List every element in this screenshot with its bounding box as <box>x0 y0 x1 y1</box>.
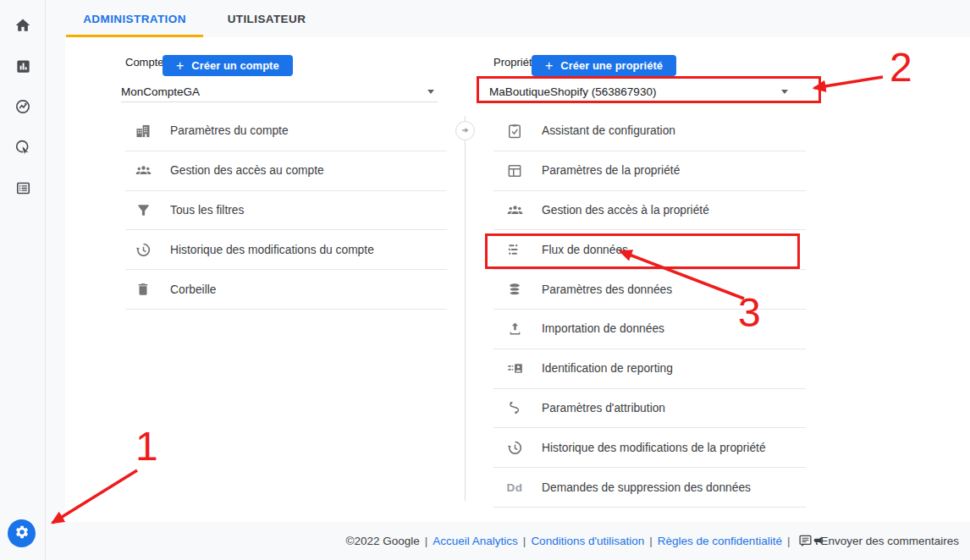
menu-item-attribution-settings[interactable]: Paramètres d'attribution <box>493 389 806 429</box>
footer-link-analytics-home[interactable]: Accueil Analytics <box>433 535 518 547</box>
plus-icon: + <box>176 59 184 73</box>
menu-item-data-settings[interactable]: Paramètres des données <box>493 270 806 310</box>
business-icon <box>134 122 152 140</box>
active-tab-underline <box>66 35 203 37</box>
bar-chart-icon <box>15 58 31 74</box>
chevron-down-icon <box>781 90 788 94</box>
dd-icon: Dd <box>505 478 524 497</box>
sidebar-item-reports[interactable] <box>0 52 46 80</box>
main-area: Compte + Créer un compte MonCompteGA Pro… <box>46 37 970 522</box>
admin-panel: Compte + Créer un compte MonCompteGA Pro… <box>65 37 970 522</box>
sidebar-item-advertising[interactable] <box>0 133 46 162</box>
menu-item-property-settings[interactable]: Paramètres de la propriété <box>493 151 806 191</box>
identity-badge-icon <box>505 360 524 378</box>
sidebar-item-library[interactable] <box>0 173 46 202</box>
create-account-button[interactable]: + Créer un compte <box>163 55 293 76</box>
account-column-label: Compte <box>125 56 164 69</box>
trash-icon <box>134 280 152 299</box>
advertising-icon <box>14 139 31 156</box>
home-icon <box>14 17 31 34</box>
explore-icon <box>14 98 31 115</box>
filter-icon <box>134 200 152 219</box>
attribution-icon <box>505 398 524 417</box>
clipboard-check-icon <box>505 122 524 140</box>
google-analytics-admin-page: ADMINISTRATION UTILISATEUR Compte + Crée… <box>0 0 970 560</box>
library-icon <box>15 180 31 196</box>
account-selector[interactable]: MonCompteGA <box>121 82 438 102</box>
menu-item-data-deletion-requests[interactable]: Dd Demandes de suppression des données <box>493 468 806 508</box>
tab-administration-label: ADMINISTRATION <box>83 13 186 25</box>
menu-item-trash[interactable]: Corbeille <box>125 270 447 310</box>
tab-utilisateur[interactable]: UTILISATEUR <box>203 0 330 37</box>
menu-item-data-streams[interactable]: Flux de données <box>493 230 806 270</box>
footer-link-terms[interactable]: Conditions d'utilisation <box>531 535 644 547</box>
menu-item-all-filters[interactable]: Tous les filtres <box>125 191 447 231</box>
feedback-button[interactable]: Envoyer des commentaires <box>820 535 959 547</box>
account-menu-list: Paramètres du compte Gestion des accès a… <box>125 112 447 310</box>
footer: ©2022 Google | Accueil Analytics | Condi… <box>0 522 970 560</box>
sidebar-item-home[interactable] <box>0 11 46 40</box>
admin-tab-bar: ADMINISTRATION UTILISATEUR <box>46 0 970 37</box>
property-selector[interactable]: MaBoutiqueShopify (563867930) <box>489 82 791 102</box>
left-nav-rail <box>0 0 46 560</box>
footer-link-privacy[interactable]: Règles de confidentialité <box>658 535 782 547</box>
menu-item-data-import[interactable]: Importation de données <box>493 310 806 349</box>
menu-item-setup-assistant[interactable]: Assistant de configuration <box>493 112 806 151</box>
tab-utilisateur-label: UTILISATEUR <box>228 13 306 25</box>
upload-icon <box>505 320 524 338</box>
people-icon <box>505 200 524 219</box>
layout-icon <box>505 162 524 180</box>
menu-item-account-access[interactable]: Gestion des accès au compte <box>125 151 447 191</box>
admin-gear-button[interactable] <box>8 519 36 547</box>
menu-item-account-change-history[interactable]: Historique des modifications du compte <box>125 230 447 270</box>
stream-icon <box>505 240 524 259</box>
plus-icon: + <box>545 59 553 73</box>
copyright-text: ©2022 Google <box>346 535 420 547</box>
gear-icon <box>14 524 30 543</box>
history-icon <box>134 240 152 259</box>
sidebar-item-explore[interactable] <box>0 92 46 121</box>
database-icon <box>505 280 524 299</box>
menu-item-property-access[interactable]: Gestion des accès à la propriété <box>493 191 806 231</box>
tab-administration[interactable]: ADMINISTRATION <box>66 0 203 37</box>
chevron-down-icon <box>427 90 434 94</box>
menu-item-account-settings[interactable]: Paramètres du compte <box>125 112 447 151</box>
create-property-button[interactable]: + Créer une propriété <box>532 55 676 76</box>
column-divider <box>465 116 466 501</box>
property-menu-list: Assistant de configuration Paramètres de… <box>493 112 806 508</box>
menu-item-property-change-history[interactable]: Historique des modifications de la propr… <box>493 428 806 468</box>
account-selector-value: MonCompteGA <box>121 85 200 98</box>
menu-item-reporting-identity[interactable]: Identification de reporting <box>493 349 806 389</box>
people-icon <box>134 162 152 180</box>
property-selector-value: MaBoutiqueShopify (563867930) <box>489 85 656 98</box>
history-icon <box>505 438 524 457</box>
expand-column-button[interactable] <box>455 121 475 140</box>
arrow-right-icon <box>460 124 471 139</box>
